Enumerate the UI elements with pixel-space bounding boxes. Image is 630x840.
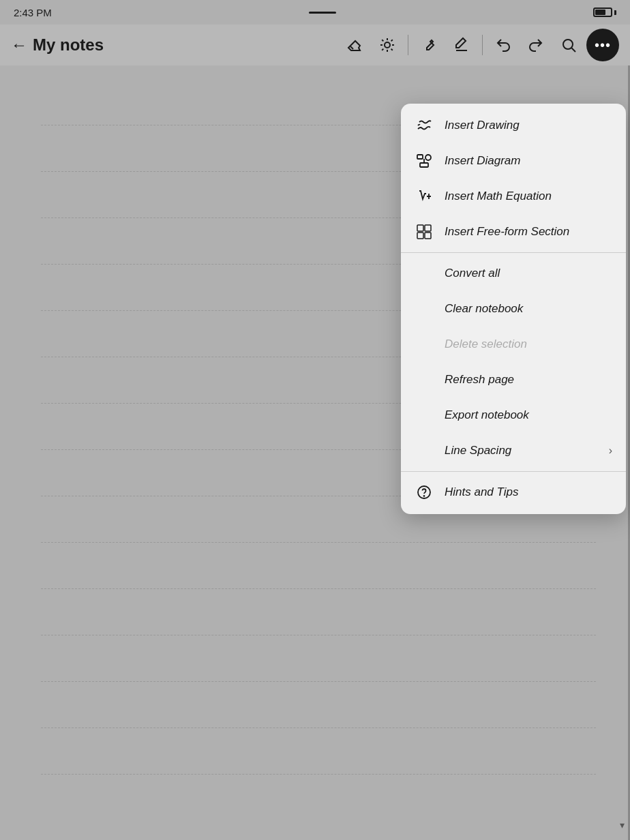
menu-item-clear-notebook[interactable]: Clear notebook bbox=[401, 291, 626, 327]
svg-line-0 bbox=[350, 46, 353, 49]
battery-tip bbox=[614, 10, 616, 15]
menu-label-insert-drawing: Insert Drawing bbox=[445, 119, 520, 132]
toolbar-divider bbox=[408, 35, 408, 55]
menu-label-export-notebook: Export notebook bbox=[445, 408, 529, 422]
menu-label-line-spacing: Line Spacing bbox=[445, 444, 511, 457]
svg-rect-20 bbox=[417, 232, 423, 239]
status-time: 2:43 PM bbox=[14, 7, 52, 18]
brightness-button[interactable] bbox=[372, 30, 402, 60]
help-icon bbox=[415, 483, 434, 502]
toolbar-divider-2 bbox=[482, 35, 483, 55]
notebook-line bbox=[41, 543, 596, 589]
highlighter-button[interactable] bbox=[447, 30, 477, 60]
svg-line-4 bbox=[382, 40, 383, 41]
menu-item-insert-drawing[interactable]: Insert Drawing bbox=[401, 108, 626, 143]
menu-item-export-notebook[interactable]: Export notebook bbox=[401, 397, 626, 433]
more-menu-button[interactable]: ••• bbox=[586, 29, 619, 61]
svg-point-12 bbox=[563, 40, 573, 49]
refresh-page-spacer bbox=[415, 370, 434, 389]
toolbar: ← My notes bbox=[0, 25, 630, 65]
drawing-icon bbox=[415, 116, 434, 135]
menu-item-line-spacing[interactable]: Line Spacing › bbox=[401, 433, 626, 468]
notebook-line bbox=[41, 589, 596, 635]
menu-item-delete-selection: Delete selection bbox=[401, 327, 626, 362]
eraser-button[interactable] bbox=[340, 30, 370, 60]
freeform-icon bbox=[415, 222, 434, 241]
convert-all-spacer bbox=[415, 264, 434, 283]
svg-rect-16 bbox=[420, 163, 428, 167]
svg-rect-14 bbox=[417, 155, 423, 159]
menu-item-insert-freeform[interactable]: Insert Free-form Section bbox=[401, 214, 626, 250]
brightness-icon bbox=[379, 37, 395, 53]
menu-item-refresh-page[interactable]: Refresh page bbox=[401, 362, 626, 397]
redo-button[interactable] bbox=[521, 30, 551, 60]
svg-line-13 bbox=[572, 48, 576, 52]
menu-divider-2 bbox=[401, 471, 626, 472]
more-dots: ••• bbox=[595, 38, 611, 53]
menu-item-hints-tips[interactable]: Hints and Tips bbox=[401, 475, 626, 510]
pen-icon bbox=[421, 37, 437, 53]
battery-fill bbox=[595, 10, 605, 15]
battery-body bbox=[593, 7, 612, 17]
svg-point-1 bbox=[385, 42, 390, 48]
scroll-down-button[interactable]: ▾ bbox=[614, 817, 630, 833]
export-notebook-spacer bbox=[415, 406, 434, 425]
battery-indicator bbox=[593, 7, 616, 17]
svg-line-5 bbox=[391, 49, 393, 50]
svg-line-8 bbox=[382, 49, 383, 50]
dropdown-menu: Insert Drawing Insert Diagram bbox=[401, 104, 626, 514]
clear-notebook-spacer bbox=[415, 299, 434, 318]
svg-rect-21 bbox=[425, 232, 431, 239]
undo-button[interactable] bbox=[488, 30, 518, 60]
menu-item-insert-diagram[interactable]: Insert Diagram bbox=[401, 143, 626, 179]
menu-item-insert-math[interactable]: Insert Math Equation bbox=[401, 179, 626, 214]
eraser-icon bbox=[346, 37, 363, 53]
math-icon bbox=[415, 187, 434, 206]
menu-label-insert-math: Insert Math Equation bbox=[445, 190, 552, 203]
menu-label-clear-notebook: Clear notebook bbox=[445, 302, 523, 316]
menu-label-convert-all: Convert all bbox=[445, 267, 500, 280]
svg-point-15 bbox=[425, 155, 431, 160]
highlighter-icon bbox=[453, 37, 470, 53]
toolbar-right: ••• bbox=[340, 29, 619, 61]
status-notch bbox=[309, 12, 336, 14]
menu-item-convert-all[interactable]: Convert all bbox=[401, 256, 626, 291]
menu-label-hints-tips: Hints and Tips bbox=[445, 485, 519, 499]
redo-icon bbox=[528, 37, 544, 53]
menu-label-insert-diagram: Insert Diagram bbox=[445, 154, 520, 168]
undo-icon bbox=[495, 37, 511, 53]
search-icon bbox=[560, 37, 577, 53]
menu-label-refresh-page: Refresh page bbox=[445, 373, 514, 387]
svg-point-23 bbox=[424, 496, 425, 496]
svg-rect-19 bbox=[425, 225, 431, 231]
search-button[interactable] bbox=[554, 30, 584, 60]
pen-button[interactable] bbox=[414, 30, 444, 60]
back-arrow-icon: ← bbox=[11, 37, 27, 53]
back-button[interactable]: ← My notes bbox=[11, 35, 104, 55]
notebook-area: ▾ Insert Drawing bbox=[0, 65, 630, 840]
svg-line-9 bbox=[391, 40, 393, 41]
status-bar: 2:43 PM bbox=[0, 0, 630, 25]
diagram-icon bbox=[415, 151, 434, 170]
line-spacing-spacer bbox=[415, 441, 434, 460]
notebook-line bbox=[41, 635, 596, 682]
svg-marker-10 bbox=[456, 38, 466, 48]
chevron-right-icon: › bbox=[609, 445, 612, 457]
page-title: My notes bbox=[33, 35, 104, 55]
menu-divider-1 bbox=[401, 252, 626, 253]
svg-rect-18 bbox=[417, 225, 423, 231]
menu-label-delete-selection: Delete selection bbox=[445, 338, 527, 351]
notebook-line bbox=[41, 728, 596, 775]
delete-selection-spacer bbox=[415, 335, 434, 354]
notebook-line bbox=[41, 682, 596, 728]
menu-label-insert-freeform: Insert Free-form Section bbox=[445, 225, 569, 239]
